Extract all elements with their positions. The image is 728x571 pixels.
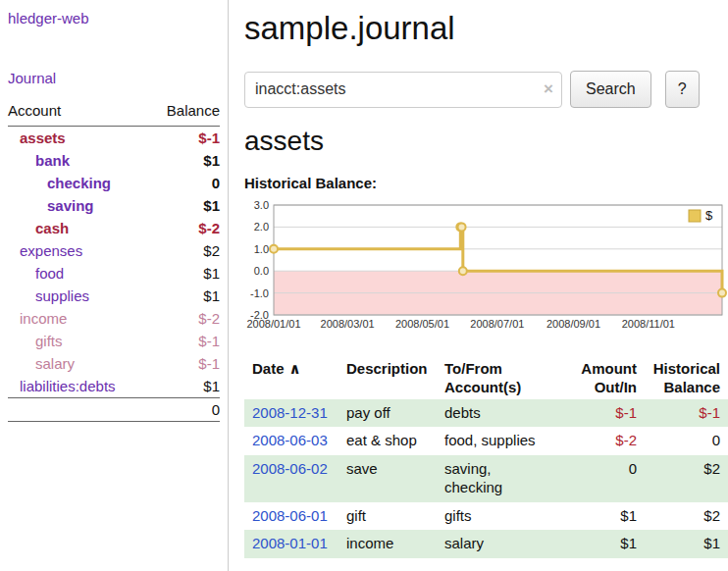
x-tick-label: 2008/01/01 xyxy=(246,318,300,330)
brand-link[interactable]: hledger-web xyxy=(8,10,220,26)
register-amount: $1 xyxy=(568,502,645,531)
register-amount: $-1 xyxy=(568,399,645,428)
page-title: sample.journal xyxy=(244,10,720,47)
register-header-accounts: To/From Account(s) xyxy=(437,358,568,399)
account-heading: assets xyxy=(244,126,720,157)
register-description: pay off xyxy=(338,399,437,428)
sort-ascending-icon: ∧ xyxy=(289,360,301,377)
register-date-link[interactable]: 2008-06-02 xyxy=(252,460,328,477)
register-header-label: Description xyxy=(346,360,428,377)
account-row: supplies$1 xyxy=(8,285,220,307)
account-row: expenses$2 xyxy=(8,239,220,262)
account-row: saving$1 xyxy=(8,194,220,217)
account-link[interactable]: income xyxy=(20,310,67,327)
account-link[interactable]: salary xyxy=(35,355,75,372)
historical-balance-chart: 3.02.01.00.0-1.0-2.02008/01/012008/03/01… xyxy=(244,201,720,337)
table-row: 2008-12-31pay offdebts$-1$-1 xyxy=(244,399,728,428)
data-point-marker xyxy=(458,223,466,231)
account-row: cash$-2 xyxy=(8,217,220,239)
register-balance: $-1 xyxy=(645,399,728,428)
y-tick-label: 2.0 xyxy=(254,221,269,233)
register-header-date[interactable]: Date∧ xyxy=(244,358,338,399)
register-header-description: Description xyxy=(338,358,437,399)
data-point-marker xyxy=(270,245,278,253)
search-button[interactable]: Search xyxy=(570,71,651,108)
accounts-header-row: Account Balance xyxy=(8,102,220,127)
account-link[interactable]: expenses xyxy=(20,242,82,259)
help-button[interactable]: ? xyxy=(665,71,700,108)
search-input[interactable] xyxy=(244,72,562,108)
register-amount: $1 xyxy=(568,530,645,558)
register-balance: $2 xyxy=(645,502,728,531)
y-tick-label: 3.0 xyxy=(254,201,269,211)
register-header-row: Date∧DescriptionTo/From Account(s)Amount… xyxy=(244,358,728,399)
main-content: sample.journal × Search ? assets Histori… xyxy=(229,0,728,571)
account-link[interactable]: gifts xyxy=(35,333,63,349)
account-row: food$1 xyxy=(8,262,220,285)
register-description: gift xyxy=(338,502,437,531)
account-link[interactable]: cash xyxy=(35,220,69,236)
x-tick-label: 2008/09/01 xyxy=(546,318,600,330)
register-description: income xyxy=(338,530,437,558)
register-header-balance: Historical Balance xyxy=(645,358,728,399)
register-header-label: Amount Out/In xyxy=(581,360,637,395)
account-balance: $-2 xyxy=(149,217,220,239)
account-row: salary$-1 xyxy=(8,352,220,375)
y-tick-label: 1.0 xyxy=(254,243,269,255)
register-accounts: gifts xyxy=(437,502,568,531)
x-tick-label: 2008/07/01 xyxy=(470,318,524,330)
register-amount: $-2 xyxy=(568,427,645,455)
historical-balance-chart-svg: 3.02.01.00.0-1.0-2.02008/01/012008/03/01… xyxy=(244,201,727,333)
account-balance: $1 xyxy=(149,285,220,307)
register-date-link[interactable]: 2008-06-03 xyxy=(252,432,328,448)
account-row: assets$-1 xyxy=(8,127,220,150)
register-accounts: debts xyxy=(437,399,568,428)
chart-title: Historical Balance: xyxy=(244,175,720,191)
search-input-wrap: × xyxy=(244,72,562,108)
account-link[interactable]: liabilities:debts xyxy=(20,378,116,394)
clear-search-icon[interactable]: × xyxy=(544,79,553,99)
register-accounts: saving, checking xyxy=(437,455,568,502)
register-amount: 0 xyxy=(568,455,645,502)
sidebar-item-journal[interactable]: Journal xyxy=(8,70,220,86)
account-row: income$-2 xyxy=(8,307,220,330)
register-accounts: salary xyxy=(437,530,568,558)
accounts-total-value: 0 xyxy=(149,398,220,422)
account-link[interactable]: bank xyxy=(35,152,70,169)
table-row: 2008-06-02savesaving, checking0$2 xyxy=(244,455,728,502)
account-row: bank$1 xyxy=(8,149,220,172)
table-row: 2008-01-01incomesalary$1$1 xyxy=(244,530,728,558)
account-balance: $-2 xyxy=(149,307,220,330)
register-balance: 0 xyxy=(645,427,728,455)
sidebar: hledger-web Journal Account Balance asse… xyxy=(0,0,229,571)
account-balance: $1 xyxy=(149,375,220,398)
legend-swatch xyxy=(689,210,701,222)
data-point-marker xyxy=(459,267,467,275)
account-balance: $-1 xyxy=(149,127,220,150)
accounts-total-spacer xyxy=(8,398,149,422)
account-balance: $1 xyxy=(149,149,220,172)
account-link[interactable]: assets xyxy=(20,130,66,146)
register-header-label: Date xyxy=(252,360,285,377)
register-date-link[interactable]: 2008-01-01 xyxy=(252,535,328,551)
accounts-total-row: 0 xyxy=(8,398,220,422)
search-bar: × Search ? xyxy=(244,71,720,108)
account-row: checking0 xyxy=(8,172,220,194)
x-tick-label: 2008/05/01 xyxy=(395,318,449,330)
account-row: liabilities:debts$1 xyxy=(8,375,220,398)
accounts-header-balance: Balance xyxy=(149,102,220,127)
table-row: 2008-06-01giftgifts$1$2 xyxy=(244,502,728,531)
account-link[interactable]: food xyxy=(35,265,64,282)
register-balance: $1 xyxy=(645,530,728,558)
account-link[interactable]: supplies xyxy=(35,287,89,304)
register-description: save xyxy=(338,455,437,502)
legend-label: $ xyxy=(705,208,713,223)
account-link[interactable]: checking xyxy=(47,175,111,191)
account-balance: $1 xyxy=(149,262,220,285)
register-balance: $2 xyxy=(645,455,728,502)
table-row: 2008-06-03eat & shopfood, supplies$-20 xyxy=(244,427,728,455)
register-date-link[interactable]: 2008-12-31 xyxy=(252,404,328,421)
y-tick-label: -1.0 xyxy=(250,287,269,299)
account-link[interactable]: saving xyxy=(47,197,94,214)
register-date-link[interactable]: 2008-06-01 xyxy=(252,507,328,524)
